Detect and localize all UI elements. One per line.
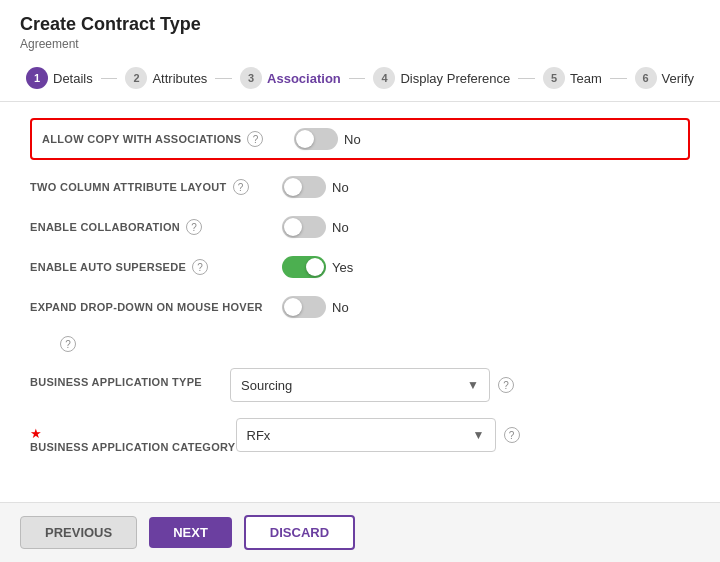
step-circle-3: 3 bbox=[240, 67, 262, 89]
step-attributes[interactable]: 2 Attributes bbox=[119, 65, 213, 91]
business-app-type-value: Sourcing bbox=[241, 378, 292, 393]
two-column-row: TWO COLUMN ATTRIBUTE LAYOUT ? No bbox=[30, 176, 690, 198]
allow-copy-help-icon[interactable]: ? bbox=[247, 131, 263, 147]
expand-dropdown-label: EXPAND DROP-DOWN ON MOUSE HOVER bbox=[30, 301, 263, 313]
enable-auto-toggle-wrap: Yes bbox=[282, 256, 353, 278]
previous-button[interactable]: PREVIOUS bbox=[20, 516, 137, 549]
enable-collab-help-icon[interactable]: ? bbox=[186, 219, 202, 235]
business-app-cat-label-col: ★ BUSINESS APPLICATION CATEGORY bbox=[30, 418, 236, 453]
step-team[interactable]: 5 Team bbox=[537, 65, 608, 91]
form-content: ALLOW COPY WITH ASSOCIATIONS ? No TWO CO… bbox=[0, 102, 720, 502]
step-label-details: Details bbox=[53, 71, 93, 86]
business-app-type-label: BUSINESS APPLICATION TYPE bbox=[30, 376, 230, 388]
step-label-attributes: Attributes bbox=[152, 71, 207, 86]
business-app-cat-dropdown-wrap: RFx ▼ ? bbox=[236, 418, 520, 452]
allow-copy-toggle-knob bbox=[296, 130, 314, 148]
stepper: 1 Details 2 Attributes 3 Association 4 D… bbox=[0, 55, 720, 102]
expand-dropdown-label-group: EXPAND DROP-DOWN ON MOUSE HOVER bbox=[30, 301, 270, 313]
next-button[interactable]: NEXT bbox=[149, 517, 232, 548]
two-column-label: TWO COLUMN ATTRIBUTE LAYOUT bbox=[30, 181, 227, 193]
two-column-label-group: TWO COLUMN ATTRIBUTE LAYOUT ? bbox=[30, 179, 270, 195]
business-app-cat-row: ★ BUSINESS APPLICATION CATEGORY RFx ▼ ? bbox=[30, 418, 690, 453]
step-divider-2 bbox=[215, 78, 232, 79]
page-wrapper: Create Contract Type Agreement 1 Details… bbox=[0, 0, 720, 562]
business-app-cat-arrow-icon: ▼ bbox=[473, 428, 485, 442]
enable-auto-toggle[interactable] bbox=[282, 256, 326, 278]
required-star: ★ bbox=[30, 426, 42, 441]
step-label-display-preference: Display Preference bbox=[400, 71, 510, 86]
business-app-type-arrow-icon: ▼ bbox=[467, 378, 479, 392]
step-label-verify: Verify bbox=[662, 71, 695, 86]
step-divider-5 bbox=[610, 78, 627, 79]
step-details[interactable]: 1 Details bbox=[20, 65, 99, 91]
allow-copy-toggle-label: No bbox=[344, 132, 361, 147]
enable-auto-row: ENABLE AUTO SUPERSEDE ? Yes bbox=[30, 256, 690, 278]
step-divider-3 bbox=[349, 78, 366, 79]
step-circle-6: 6 bbox=[635, 67, 657, 89]
two-column-toggle-label: No bbox=[332, 180, 349, 195]
allow-copy-toggle[interactable] bbox=[294, 128, 338, 150]
discard-button[interactable]: DISCARD bbox=[244, 515, 355, 550]
step-divider-4 bbox=[518, 78, 535, 79]
business-app-type-dropdown[interactable]: Sourcing ▼ bbox=[230, 368, 490, 402]
allow-copy-label-group: ALLOW COPY WITH ASSOCIATIONS ? bbox=[42, 131, 282, 147]
two-column-toggle-knob bbox=[284, 178, 302, 196]
business-app-type-row: BUSINESS APPLICATION TYPE Sourcing ▼ ? bbox=[30, 368, 690, 402]
two-column-toggle-wrap: No bbox=[282, 176, 349, 198]
two-column-help-icon[interactable]: ? bbox=[233, 179, 249, 195]
enable-auto-toggle-label: Yes bbox=[332, 260, 353, 275]
enable-auto-help-icon[interactable]: ? bbox=[192, 259, 208, 275]
business-app-type-help-icon[interactable]: ? bbox=[498, 377, 514, 393]
enable-collab-row: ENABLE COLLABORATION ? No bbox=[30, 216, 690, 238]
step-circle-2: 2 bbox=[125, 67, 147, 89]
enable-auto-label: ENABLE AUTO SUPERSEDE bbox=[30, 261, 186, 273]
business-app-type-label-col: BUSINESS APPLICATION TYPE bbox=[30, 368, 230, 388]
expand-dropdown-toggle-knob bbox=[284, 298, 302, 316]
business-app-cat-label: BUSINESS APPLICATION CATEGORY bbox=[30, 441, 236, 453]
enable-collab-label-group: ENABLE COLLABORATION ? bbox=[30, 219, 270, 235]
allow-copy-label: ALLOW COPY WITH ASSOCIATIONS bbox=[42, 133, 241, 145]
enable-collab-label: ENABLE COLLABORATION bbox=[30, 221, 180, 233]
page-subtitle: Agreement bbox=[20, 37, 700, 51]
page-header: Create Contract Type Agreement bbox=[0, 0, 720, 55]
step-label-team: Team bbox=[570, 71, 602, 86]
expand-dropdown-toggle-wrap: No bbox=[282, 296, 349, 318]
step-label-association: Association bbox=[267, 71, 341, 86]
step-verify[interactable]: 6 Verify bbox=[629, 65, 701, 91]
enable-collab-toggle-wrap: No bbox=[282, 216, 349, 238]
enable-collab-toggle[interactable] bbox=[282, 216, 326, 238]
expand-dropdown-help-icon[interactable]: ? bbox=[60, 336, 76, 352]
enable-auto-toggle-knob bbox=[306, 258, 324, 276]
step-circle-5: 5 bbox=[543, 67, 565, 89]
step-divider-1 bbox=[101, 78, 118, 79]
expand-dropdown-toggle[interactable] bbox=[282, 296, 326, 318]
step-association[interactable]: 3 Association bbox=[234, 65, 347, 91]
business-app-type-dropdown-wrap: Sourcing ▼ ? bbox=[230, 368, 514, 402]
expand-dropdown-row: EXPAND DROP-DOWN ON MOUSE HOVER No bbox=[30, 296, 690, 318]
business-app-cat-dropdown[interactable]: RFx ▼ bbox=[236, 418, 496, 452]
business-app-cat-value: RFx bbox=[247, 428, 271, 443]
enable-auto-label-group: ENABLE AUTO SUPERSEDE ? bbox=[30, 259, 270, 275]
allow-copy-row: ALLOW COPY WITH ASSOCIATIONS ? No bbox=[30, 118, 690, 160]
business-app-cat-help-icon[interactable]: ? bbox=[504, 427, 520, 443]
page-title: Create Contract Type bbox=[20, 14, 700, 35]
enable-collab-toggle-label: No bbox=[332, 220, 349, 235]
step-circle-1: 1 bbox=[26, 67, 48, 89]
allow-copy-toggle-wrap: No bbox=[294, 128, 361, 150]
two-column-toggle[interactable] bbox=[282, 176, 326, 198]
footer-bar: PREVIOUS NEXT DISCARD bbox=[0, 502, 720, 562]
enable-collab-toggle-knob bbox=[284, 218, 302, 236]
step-circle-4: 4 bbox=[373, 67, 395, 89]
expand-dropdown-help-row: ? bbox=[30, 336, 690, 352]
step-display-preference[interactable]: 4 Display Preference bbox=[367, 65, 516, 91]
expand-dropdown-toggle-label: No bbox=[332, 300, 349, 315]
